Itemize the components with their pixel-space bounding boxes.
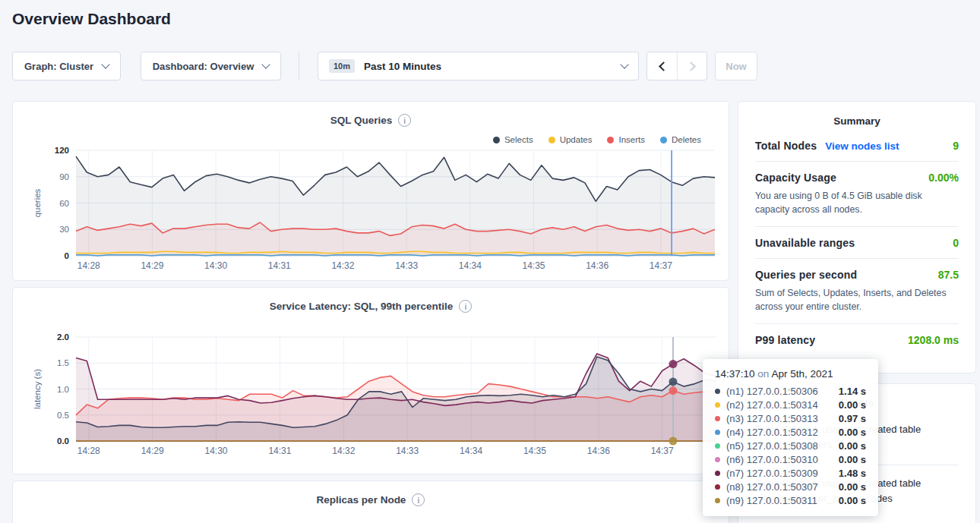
tooltip-timestamp: 14:37:10 on Apr 5th, 2021 [715, 368, 866, 380]
svg-text:14:32: 14:32 [331, 260, 354, 271]
chevron-down-icon [101, 60, 109, 68]
tooltip-row: (n1) 127.0.0.1:503061.14 s [715, 384, 866, 398]
prev-time-button[interactable] [647, 52, 677, 80]
svg-text:14:35: 14:35 [522, 260, 545, 271]
svg-text:1.5: 1.5 [57, 358, 69, 367]
tooltip-row: (n2) 127.0.0.1:503140.00 s [715, 398, 866, 411]
svg-text:0.5: 0.5 [57, 411, 69, 420]
replicas-per-node-title: Replicas per Node [317, 494, 406, 506]
svg-text:14:35: 14:35 [523, 446, 546, 456]
tooltip-row: (n4) 127.0.0.1:503120.00 s [715, 425, 866, 439]
tooltip-node-label: (n1) 127.0.0.1:50306 [726, 386, 818, 397]
tooltip-date: Apr 5th, 2021 [771, 368, 833, 380]
tooltip-node-label: (n3) 127.0.0.1:50313 [726, 413, 818, 424]
svg-text:14:32: 14:32 [332, 446, 355, 456]
graph-dropdown-label: Graph: Cluster [24, 61, 93, 72]
chart-hover-tooltip: 14:37:10 on Apr 5th, 2021 (n1) 127.0.0.1… [703, 359, 878, 516]
tooltip-node-label: (n9) 127.0.0.1:50311 [726, 495, 817, 506]
unavailable-ranges-value: 0 [953, 237, 959, 249]
chevron-down-icon [262, 60, 270, 68]
svg-text:queries: queries [33, 188, 42, 217]
tooltip-node-value: 0.00 s [839, 481, 866, 493]
sql-queries-chart[interactable]: 14:2814:2914:3014:3114:3214:3314:3414:35… [13, 102, 730, 282]
tooltip-node-label: (n7) 127.0.0.1:50309 [726, 468, 818, 479]
tooltip-node-label: (n5) 127.0.0.1:50308 [726, 440, 818, 452]
tooltip-node-label: (n6) 127.0.0.1:50310 [726, 454, 818, 465]
series-color-dot [715, 484, 720, 490]
graph-dropdown[interactable]: Graph: Cluster [12, 52, 121, 80]
summary-heading: Summary [738, 102, 975, 127]
info-icon[interactable]: i [412, 493, 425, 506]
tooltip-node-value: 0.97 s [839, 413, 866, 424]
svg-text:60: 60 [59, 199, 69, 208]
svg-text:14:37: 14:37 [650, 260, 672, 271]
tooltip-node-label: (n4) 127.0.0.1:50312 [726, 427, 818, 438]
tooltip-row: (n5) 127.0.0.1:503080.00 s [715, 439, 866, 452]
tooltip-node-label: (n8) 127.0.0.1:50307 [726, 481, 818, 493]
series-color-dot [715, 498, 720, 503]
p99-latency-value: 1208.0 ms [908, 334, 959, 346]
series-color-dot [715, 389, 720, 394]
svg-text:14:30: 14:30 [204, 260, 227, 271]
tooltip-node-value: 0.00 s [839, 399, 866, 411]
series-color-dot [715, 430, 720, 435]
svg-text:14:36: 14:36 [587, 446, 610, 456]
series-color-dot [715, 402, 720, 408]
tooltip-on: on [757, 368, 769, 380]
time-range-label: Past 10 Minutes [364, 61, 441, 72]
total-nodes-label: Total Nodes [755, 140, 817, 152]
series-color-dot [715, 457, 720, 462]
dashboard-dropdown[interactable]: Dashboard: Overview [141, 52, 281, 80]
tooltip-row: (n9) 127.0.0.1:503110.00 s [715, 493, 866, 507]
svg-text:14:33: 14:33 [395, 260, 418, 271]
tooltip-node-value: 0.00 s [839, 440, 866, 452]
svg-text:30: 30 [59, 225, 69, 234]
series-color-dot [715, 471, 720, 476]
tooltip-node-value: 1.48 s [839, 468, 866, 479]
replicas-per-node-card: Replicas per Node i [12, 480, 729, 523]
queries-per-second-label: Queries per second [755, 269, 857, 281]
service-latency-chart[interactable]: 14:2814:2914:3014:3114:3214:3314:3414:35… [13, 288, 730, 475]
svg-text:0: 0 [65, 251, 69, 260]
svg-text:14:28: 14:28 [77, 260, 100, 271]
tooltip-time: 14:37:10 [715, 368, 755, 380]
svg-text:14:31: 14:31 [268, 260, 291, 271]
capacity-usage-row: Capacity Usage 0.00% You are using 0 B o… [755, 161, 959, 226]
tooltip-node-label: (n2) 127.0.0.1:50314 [726, 399, 818, 411]
time-range-badge: 10m [329, 59, 355, 73]
now-button[interactable]: Now [715, 52, 757, 80]
svg-text:14:37: 14:37 [651, 446, 674, 456]
unavailable-ranges-row: Unavailable ranges 0 [755, 226, 959, 258]
capacity-usage-value: 0.00% [928, 172, 959, 184]
view-nodes-list-link[interactable]: View nodes list [825, 140, 899, 152]
time-step-buttons [646, 52, 707, 80]
svg-text:14:30: 14:30 [205, 446, 228, 456]
capacity-usage-desc: You are using 0 B of 4.5 GiB usable disk… [755, 189, 959, 217]
total-nodes-value: 9 [953, 140, 959, 152]
page-title: Overview Dashboard [12, 10, 171, 28]
tooltip-node-value: 0.00 s [839, 495, 866, 506]
series-color-dot [715, 443, 720, 449]
summary-panel: Summary Total Nodes View nodes list 9 Ca… [738, 101, 976, 373]
svg-text:14:31: 14:31 [268, 446, 291, 456]
next-time-button[interactable] [677, 52, 707, 80]
queries-per-second-row: Queries per second 87.5 Sum of Selects, … [755, 258, 959, 323]
chevron-left-icon [659, 61, 669, 71]
total-nodes-row: Total Nodes View nodes list 9 [755, 130, 959, 161]
svg-text:14:34: 14:34 [459, 260, 482, 271]
service-latency-card: Service Latency: SQL, 99th percentile i … [12, 287, 729, 474]
chevron-down-icon [620, 60, 628, 68]
svg-text:14:34: 14:34 [460, 446, 482, 456]
time-range-dropdown[interactable]: 10m Past 10 Minutes [318, 52, 639, 80]
svg-text:0.0: 0.0 [57, 436, 69, 446]
sql-queries-card: SQL Queries i SelectsUpdatesInsertsDelet… [12, 101, 729, 281]
unavailable-ranges-label: Unavailable ranges [755, 237, 855, 249]
svg-text:90: 90 [59, 172, 69, 181]
svg-text:1.0: 1.0 [57, 385, 69, 394]
tooltip-row: (n6) 127.0.0.1:503100.00 s [715, 452, 866, 466]
svg-text:14:28: 14:28 [77, 446, 100, 456]
tooltip-node-value: 1.14 s [839, 386, 866, 397]
svg-text:14:36: 14:36 [586, 260, 609, 271]
p99-latency-label: P99 latency [755, 334, 815, 346]
tooltip-row: (n3) 127.0.0.1:503130.97 s [715, 411, 866, 425]
